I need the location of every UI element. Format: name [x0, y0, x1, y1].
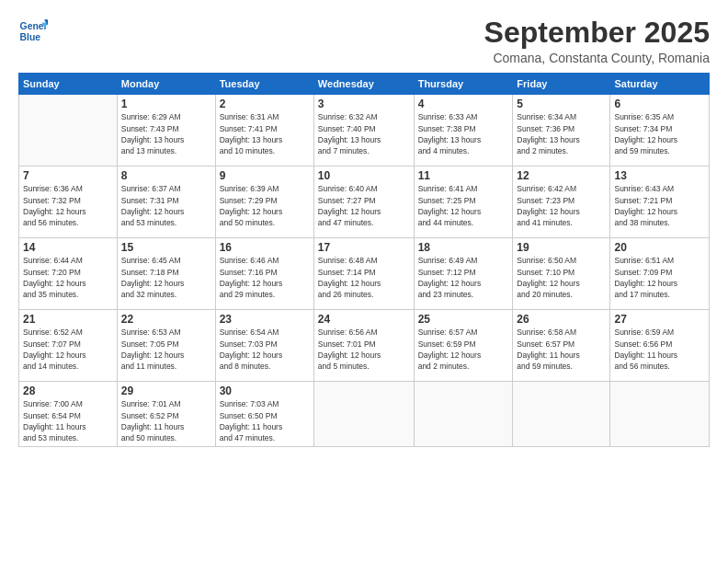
calendar-cell [513, 382, 610, 447]
week-row-1: 1Sunrise: 6:29 AM Sunset: 7:43 PM Daylig… [19, 95, 710, 167]
day-info: Sunrise: 6:31 AM Sunset: 7:41 PM Dayligh… [220, 111, 310, 156]
calendar-cell: 26Sunrise: 6:58 AM Sunset: 6:57 PM Dayli… [513, 310, 610, 382]
day-number: 26 [517, 313, 606, 326]
calendar-cell [610, 382, 710, 447]
day-info: Sunrise: 6:40 AM Sunset: 7:27 PM Dayligh… [318, 183, 410, 228]
weekday-header-saturday: Saturday [610, 74, 710, 95]
day-info: Sunrise: 6:41 AM Sunset: 7:25 PM Dayligh… [418, 183, 509, 228]
day-number: 8 [121, 169, 211, 182]
day-info: Sunrise: 6:34 AM Sunset: 7:36 PM Dayligh… [517, 111, 606, 156]
day-info: Sunrise: 6:51 AM Sunset: 7:09 PM Dayligh… [614, 255, 705, 300]
day-info: Sunrise: 6:33 AM Sunset: 7:38 PM Dayligh… [418, 111, 509, 156]
day-number: 14 [23, 241, 113, 254]
day-number: 24 [318, 313, 410, 326]
calendar-cell: 24Sunrise: 6:56 AM Sunset: 7:01 PM Dayli… [313, 310, 414, 382]
day-number: 23 [220, 313, 310, 326]
day-info: Sunrise: 6:43 AM Sunset: 7:21 PM Dayligh… [614, 183, 705, 228]
weekday-header-tuesday: Tuesday [215, 74, 313, 95]
week-row-2: 7Sunrise: 6:36 AM Sunset: 7:32 PM Daylig… [19, 167, 710, 238]
day-number: 20 [614, 241, 705, 254]
page: General Blue September 2025 Comana, Cons… [0, 0, 728, 563]
day-number: 27 [614, 313, 705, 326]
calendar-cell: 27Sunrise: 6:59 AM Sunset: 6:56 PM Dayli… [610, 310, 710, 382]
calendar-cell: 5Sunrise: 6:34 AM Sunset: 7:36 PM Daylig… [513, 95, 610, 167]
day-number: 19 [517, 241, 606, 254]
calendar-cell: 22Sunrise: 6:53 AM Sunset: 7:05 PM Dayli… [117, 310, 215, 382]
calendar-cell: 21Sunrise: 6:52 AM Sunset: 7:07 PM Dayli… [19, 310, 118, 382]
day-info: Sunrise: 7:03 AM Sunset: 6:50 PM Dayligh… [220, 398, 310, 443]
calendar-cell: 9Sunrise: 6:39 AM Sunset: 7:29 PM Daylig… [215, 167, 313, 238]
svg-text:Blue: Blue [20, 32, 41, 42]
day-info: Sunrise: 6:29 AM Sunset: 7:43 PM Dayligh… [121, 111, 211, 156]
day-number: 10 [318, 169, 410, 182]
calendar-cell [19, 95, 118, 167]
weekday-header-monday: Monday [117, 74, 215, 95]
day-info: Sunrise: 6:45 AM Sunset: 7:18 PM Dayligh… [121, 255, 211, 300]
day-number: 11 [418, 169, 509, 182]
calendar-cell: 14Sunrise: 6:44 AM Sunset: 7:20 PM Dayli… [19, 238, 118, 310]
day-info: Sunrise: 6:58 AM Sunset: 6:57 PM Dayligh… [517, 327, 606, 372]
day-info: Sunrise: 6:49 AM Sunset: 7:12 PM Dayligh… [418, 255, 509, 300]
day-number: 7 [23, 169, 113, 182]
header: General Blue September 2025 Comana, Cons… [18, 17, 710, 65]
day-number: 15 [121, 241, 211, 254]
day-number: 5 [517, 98, 606, 110]
calendar-cell: 13Sunrise: 6:43 AM Sunset: 7:21 PM Dayli… [610, 167, 710, 238]
month-title: September 2025 [484, 17, 710, 49]
calendar-table: SundayMondayTuesdayWednesdayThursdayFrid… [18, 73, 710, 447]
day-info: Sunrise: 6:32 AM Sunset: 7:40 PM Dayligh… [318, 111, 410, 156]
calendar-cell [313, 382, 414, 447]
day-number: 1 [121, 98, 211, 110]
weekday-header-friday: Friday [513, 74, 610, 95]
day-number: 30 [220, 385, 310, 397]
day-info: Sunrise: 6:46 AM Sunset: 7:16 PM Dayligh… [220, 255, 310, 300]
day-info: Sunrise: 6:44 AM Sunset: 7:20 PM Dayligh… [23, 255, 113, 300]
weekday-header-sunday: Sunday [19, 74, 118, 95]
day-number: 6 [614, 98, 705, 110]
calendar-cell: 4Sunrise: 6:33 AM Sunset: 7:38 PM Daylig… [414, 95, 513, 167]
day-number: 17 [318, 241, 410, 254]
day-info: Sunrise: 6:56 AM Sunset: 7:01 PM Dayligh… [318, 327, 410, 372]
day-number: 29 [121, 385, 211, 397]
location-title: Comana, Constanta County, Romania [484, 51, 710, 65]
calendar-cell [414, 382, 513, 447]
weekday-header-row: SundayMondayTuesdayWednesdayThursdayFrid… [19, 74, 710, 95]
day-info: Sunrise: 6:35 AM Sunset: 7:34 PM Dayligh… [614, 111, 705, 156]
day-info: Sunrise: 6:59 AM Sunset: 6:56 PM Dayligh… [614, 327, 705, 372]
day-info: Sunrise: 6:50 AM Sunset: 7:10 PM Dayligh… [517, 255, 606, 300]
weekday-header-thursday: Thursday [414, 74, 513, 95]
title-area: September 2025 Comana, Constanta County,… [484, 17, 710, 65]
day-info: Sunrise: 7:00 AM Sunset: 6:54 PM Dayligh… [23, 398, 113, 443]
calendar-cell: 20Sunrise: 6:51 AM Sunset: 7:09 PM Dayli… [610, 238, 710, 310]
day-info: Sunrise: 6:52 AM Sunset: 7:07 PM Dayligh… [23, 327, 113, 372]
calendar-cell: 2Sunrise: 6:31 AM Sunset: 7:41 PM Daylig… [215, 95, 313, 167]
calendar-cell: 29Sunrise: 7:01 AM Sunset: 6:52 PM Dayli… [117, 382, 215, 447]
logo-icon: General Blue [18, 17, 48, 46]
day-number: 25 [418, 313, 509, 326]
day-number: 22 [121, 313, 211, 326]
calendar-cell: 25Sunrise: 6:57 AM Sunset: 6:59 PM Dayli… [414, 310, 513, 382]
calendar-cell: 23Sunrise: 6:54 AM Sunset: 7:03 PM Dayli… [215, 310, 313, 382]
calendar-cell: 7Sunrise: 6:36 AM Sunset: 7:32 PM Daylig… [19, 167, 118, 238]
day-info: Sunrise: 6:57 AM Sunset: 6:59 PM Dayligh… [418, 327, 509, 372]
day-number: 3 [318, 98, 410, 110]
calendar-cell: 12Sunrise: 6:42 AM Sunset: 7:23 PM Dayli… [513, 167, 610, 238]
week-row-4: 21Sunrise: 6:52 AM Sunset: 7:07 PM Dayli… [19, 310, 710, 382]
day-info: Sunrise: 6:39 AM Sunset: 7:29 PM Dayligh… [220, 183, 310, 228]
calendar-cell: 1Sunrise: 6:29 AM Sunset: 7:43 PM Daylig… [117, 95, 215, 167]
calendar-cell: 18Sunrise: 6:49 AM Sunset: 7:12 PM Dayli… [414, 238, 513, 310]
day-info: Sunrise: 6:42 AM Sunset: 7:23 PM Dayligh… [517, 183, 606, 228]
day-number: 9 [220, 169, 310, 182]
week-row-5: 28Sunrise: 7:00 AM Sunset: 6:54 PM Dayli… [19, 382, 710, 447]
day-number: 13 [614, 169, 705, 182]
day-number: 28 [23, 385, 113, 397]
calendar-cell: 17Sunrise: 6:48 AM Sunset: 7:14 PM Dayli… [313, 238, 414, 310]
day-info: Sunrise: 7:01 AM Sunset: 6:52 PM Dayligh… [121, 398, 211, 443]
calendar-cell: 10Sunrise: 6:40 AM Sunset: 7:27 PM Dayli… [313, 167, 414, 238]
day-number: 16 [220, 241, 310, 254]
calendar-cell: 3Sunrise: 6:32 AM Sunset: 7:40 PM Daylig… [313, 95, 414, 167]
calendar-cell: 16Sunrise: 6:46 AM Sunset: 7:16 PM Dayli… [215, 238, 313, 310]
day-number: 2 [220, 98, 310, 110]
logo: General Blue [18, 17, 50, 46]
day-info: Sunrise: 6:53 AM Sunset: 7:05 PM Dayligh… [121, 327, 211, 372]
